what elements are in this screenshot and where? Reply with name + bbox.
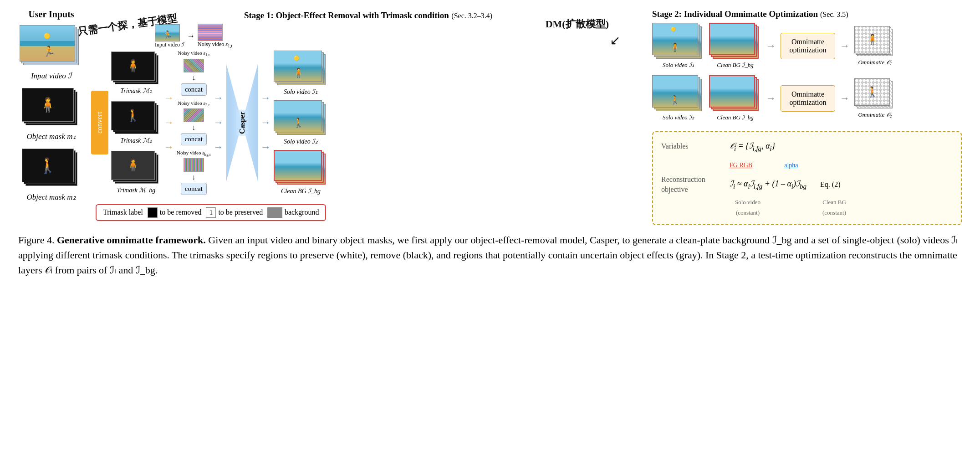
alpha-label: alpha	[784, 159, 798, 171]
recon-sub-labels: Solo video(constant) Clean BG(constant)	[730, 197, 953, 218]
solo2-group: 🚶 Solo video ℐ₂	[274, 100, 328, 145]
stage2-title-ref: (Sec. 3.5)	[820, 10, 848, 18]
s2-solo2-group: 🚶 Solo video ℐ₂	[652, 75, 704, 121]
mask2-label: Object mask m₂	[26, 192, 76, 202]
s2-cleanbg1-stack	[709, 23, 761, 62]
annotation-dm: DM(扩散模型)	[546, 17, 609, 31]
casper-container: Casper	[226, 59, 258, 186]
noisy1-arrow: ↓	[192, 74, 195, 82]
s2-solo1-ball: 🟡	[671, 27, 676, 31]
solo1-person: 🧍	[293, 67, 304, 78]
stage1-column: Stage 1: Object-Effect Removal with Trim…	[91, 9, 645, 221]
cleanbg-stack	[274, 150, 328, 187]
caption-bold: Generative omnimatte framework.	[57, 234, 206, 246]
legend-item-0: 0 to be removed	[148, 207, 202, 218]
s2-solo1-group: 🧍 🟡 Solo video ℐ₁	[652, 23, 704, 69]
s2-solo2-stack: 🚶	[652, 75, 704, 114]
noisy1-label-above: Noisy video ε1,t	[178, 50, 209, 57]
convert-container: convert	[91, 68, 108, 177]
trimask1-silhouette: 🧍	[126, 59, 140, 73]
noisybg-img	[184, 158, 204, 172]
figure-area: User Inputs	[18, 9, 962, 225]
trimaskbg-stack: 🧍	[111, 151, 161, 186]
orange-arrows: → → →	[164, 92, 174, 153]
label-1-desc: to be preserved	[218, 208, 263, 216]
blue-arrows-to-casper: → → →	[214, 92, 224, 153]
eq-ref: Eq. (2)	[820, 178, 840, 191]
solo1-label: Solo video ℐ₁	[284, 88, 318, 96]
concat-label-2: concat	[185, 135, 203, 143]
trimask-legend-container: Trimask label 0 to be removed 1 to be pr…	[91, 201, 645, 221]
omni-opt-box-1: Omnimatteoptimization	[781, 33, 835, 59]
stage1-title-ref: (Sec. 3.2–3.4)	[451, 12, 492, 20]
s2-solo1-person: 🧍	[670, 42, 680, 52]
arrow-annotation-dm: ↙	[610, 33, 620, 48]
trimask-column: 🧍 Trimask ℳ₁ 🚶	[111, 51, 161, 194]
omni-opt-label-2: Omnimatteoptimization	[786, 90, 829, 107]
solo2-person: 🚶	[293, 117, 304, 128]
s2-arrow1-out: →	[840, 40, 850, 52]
s2-arrow1: →	[766, 40, 776, 52]
concat-row2: Noisy video ε2,t ↓ concat	[178, 100, 209, 145]
omnimatte2-label: Omnimatte 𝒪₂	[858, 111, 891, 118]
concat-label-bg: concat	[185, 185, 203, 192]
cleanbg-group: Clean BG ℐ_bg	[274, 150, 328, 195]
s2-cleanbg1-label: Clean BG ℐ_bg	[717, 62, 753, 69]
omnimatte1-stack: 🧍	[854, 26, 895, 59]
solo-sub-label: Solo video(constant)	[730, 197, 766, 218]
concat-row1: Noisy video ε1,t ↓ concat	[178, 50, 209, 95]
variables-eq: 𝒪i = {ℐi,fg, αi}	[730, 139, 775, 155]
user-inputs-column: User Inputs	[18, 9, 84, 202]
reconstruction-row: Reconstructionobjective ℐi ≈ αiℐi,fg + (…	[661, 175, 953, 195]
main-container: User Inputs	[18, 9, 962, 278]
concat-label-1: concat	[185, 86, 203, 93]
s2-solo1-label: Solo video ℐ₁	[663, 62, 694, 69]
blue-arrow-3: →	[214, 141, 224, 153]
s2-cleanbg1-group: Clean BG ℐ_bg	[709, 23, 761, 69]
trimask1-label: Trimask ℳ₁	[120, 87, 152, 95]
trimaskbg-label: Trimask ℳ_bg	[117, 186, 156, 194]
s2-cleanbg2-group: Clean BG ℐ_bg	[709, 75, 761, 121]
mask1-silhouette: 🧍	[39, 96, 57, 113]
omnimatte2-front: 🚶	[854, 78, 890, 106]
blue-arrow-out-3: →	[261, 141, 271, 153]
omni-opt-label-1: Omnimatteoptimization	[786, 38, 829, 54]
input-video-front: 🏃 🟡	[20, 25, 75, 62]
s2-cleanbg2-front	[709, 75, 755, 108]
trimask2-stack: 🚶	[111, 101, 161, 137]
stage2-row2: 🚶 Solo video ℐ₂	[652, 75, 962, 121]
label-box-0: 0	[148, 207, 158, 218]
noisy2-arrow: ↓	[192, 123, 195, 132]
person-figure: 🏃	[43, 46, 55, 57]
arrow-orange-2: →	[164, 117, 174, 129]
trimask1-stack: 🧍	[111, 51, 161, 87]
solo2-front: 🚶	[274, 100, 322, 131]
mask2-front: 🚶	[22, 149, 74, 182]
label-05-desc: background	[285, 208, 319, 216]
blue-arrow-2: →	[214, 117, 224, 129]
s2-solo2-front: 🚶	[652, 75, 698, 108]
concat-row3: Noisy video εbg,t ↓ concat	[177, 150, 211, 195]
solo2-stack: 🚶	[274, 100, 328, 138]
trimask2-group: 🚶 Trimask ℳ₂	[111, 101, 161, 144]
trimaskbg-front: 🧍	[111, 151, 155, 180]
blue-arrow-out-1: →	[261, 92, 271, 104]
stage1-title: Stage 1: Object-Effect Removal with Trim…	[244, 10, 449, 20]
s2-arrow2: →	[766, 93, 776, 104]
recon-label: Reconstructionobjective	[661, 175, 720, 195]
convert-box: convert	[91, 91, 108, 154]
s2-solo2-person: 🚶	[670, 95, 680, 105]
trimask-legend-label: Trimask label	[103, 208, 143, 216]
stage2-column: Stage 2: Individual Omnimatte Optimizati…	[652, 9, 962, 225]
noisy-label-top: Noisy video ε1,t	[198, 41, 232, 48]
fg-alpha-labels: FG RGB alpha	[730, 159, 953, 171]
concat-box-2: concat	[181, 133, 207, 145]
solo1-scene: 🧍 🟡	[274, 51, 322, 81]
stage2-row1: 🧍 🟡 Solo video ℐ₁	[652, 23, 962, 69]
solo1-stack: 🧍 🟡	[274, 51, 328, 88]
legend-item-05: 0.5 background	[267, 207, 319, 218]
s2-cleanbg1-front	[709, 23, 755, 55]
blue-arrows-from-casper: → → →	[261, 92, 271, 153]
omnimatte1-person: 🧍	[866, 34, 878, 46]
solo1-group: 🧍 🟡 Solo video ℐ₁	[274, 51, 328, 96]
